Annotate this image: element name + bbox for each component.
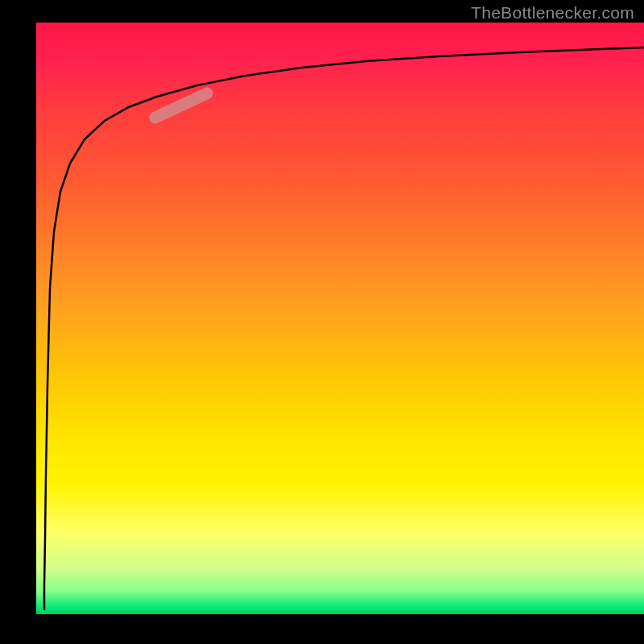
chart-plot-area [36,23,644,614]
x-axis-area [0,614,644,644]
watermark-text: TheBottlenecker.com [471,3,634,23]
y-axis-area [0,0,36,644]
